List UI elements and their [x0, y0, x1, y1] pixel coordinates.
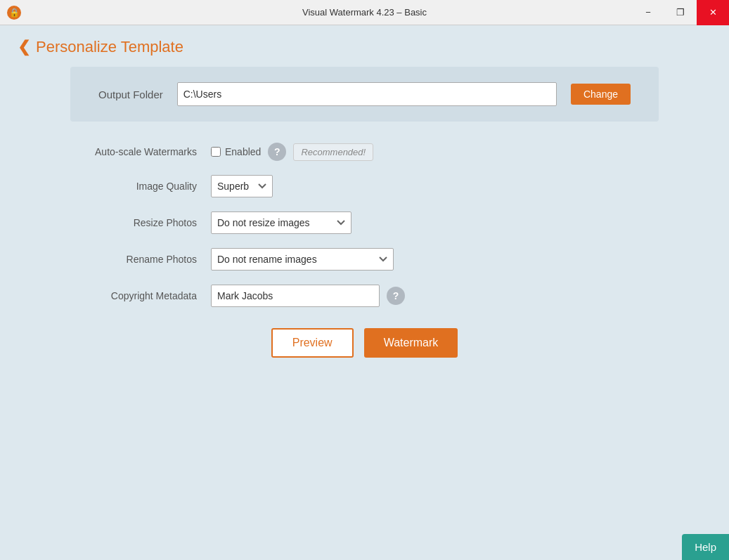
- rename-photos-select-wrapper: Do not rename images Rename images: [211, 248, 394, 271]
- resize-photos-select[interactable]: Do not resize images Resize images: [211, 211, 351, 234]
- image-quality-row: Image Quality Superb High Medium Low: [70, 175, 659, 197]
- change-button[interactable]: Change: [571, 84, 631, 105]
- back-button[interactable]: ❮: [18, 38, 30, 56]
- help-corner-button[interactable]: Help: [682, 534, 729, 560]
- auto-scale-label: Auto-scale Watermarks: [70, 146, 211, 157]
- resize-photos-row: Resize Photos Do not resize images Resiz…: [70, 211, 659, 234]
- form-area: Auto-scale Watermarks Enabled ? Recommen…: [70, 143, 659, 307]
- recommended-badge: Recommended!: [293, 143, 373, 161]
- auto-scale-checkbox-label: Enabled: [225, 146, 261, 157]
- image-quality-control: Superb High Medium Low: [211, 175, 273, 197]
- copyright-help-button[interactable]: ?: [387, 287, 405, 305]
- output-folder-label: Output Folder: [98, 89, 163, 100]
- image-quality-select-wrapper: Superb High Medium Low: [211, 175, 273, 197]
- restore-button[interactable]: ❐: [664, 0, 697, 25]
- app-icon: 🔒: [7, 6, 21, 20]
- watermark-button[interactable]: Watermark: [364, 328, 458, 358]
- window-controls: − ❐ ✕: [632, 0, 729, 25]
- copyright-metadata-control: ?: [211, 285, 405, 307]
- page-header: ❮ Personalize Template: [0, 25, 729, 67]
- auto-scale-row: Auto-scale Watermarks Enabled ? Recommen…: [70, 143, 659, 161]
- main-content: ❮ Personalize Template Output Folder Cha…: [0, 25, 729, 560]
- preview-button[interactable]: Preview: [271, 328, 354, 358]
- image-quality-label: Image Quality: [70, 181, 211, 192]
- resize-photos-select-wrapper: Do not resize images Resize images: [211, 211, 351, 234]
- auto-scale-checkbox[interactable]: [211, 147, 221, 157]
- auto-scale-checkbox-container: Enabled: [211, 146, 261, 157]
- resize-photos-control: Do not resize images Resize images: [211, 211, 351, 234]
- rename-photos-label: Rename Photos: [70, 254, 211, 265]
- copyright-metadata-label: Copyright Metadata: [70, 290, 211, 301]
- rename-photos-select[interactable]: Do not rename images Rename images: [211, 248, 394, 271]
- copyright-metadata-input[interactable]: [211, 285, 380, 307]
- page-title: Personalize Template: [36, 38, 183, 56]
- copyright-metadata-row: Copyright Metadata ?: [70, 285, 659, 307]
- window-title: Visual Watermark 4.23 – Basic: [302, 7, 427, 18]
- auto-scale-help-button[interactable]: ?: [268, 143, 286, 161]
- title-bar: 🔒 Visual Watermark 4.23 – Basic − ❐ ✕: [0, 0, 729, 25]
- minimize-button[interactable]: −: [632, 0, 664, 25]
- output-folder-card: Output Folder Change: [70, 67, 659, 122]
- output-folder-input[interactable]: [177, 82, 557, 106]
- rename-photos-row: Rename Photos Do not rename images Renam…: [70, 248, 659, 271]
- close-button[interactable]: ✕: [697, 0, 729, 25]
- resize-photos-label: Resize Photos: [70, 217, 211, 228]
- auto-scale-control: Enabled ? Recommended!: [211, 143, 373, 161]
- action-buttons: Preview Watermark: [0, 328, 729, 358]
- image-quality-select[interactable]: Superb High Medium Low: [211, 175, 273, 197]
- rename-photos-control: Do not rename images Rename images: [211, 248, 394, 271]
